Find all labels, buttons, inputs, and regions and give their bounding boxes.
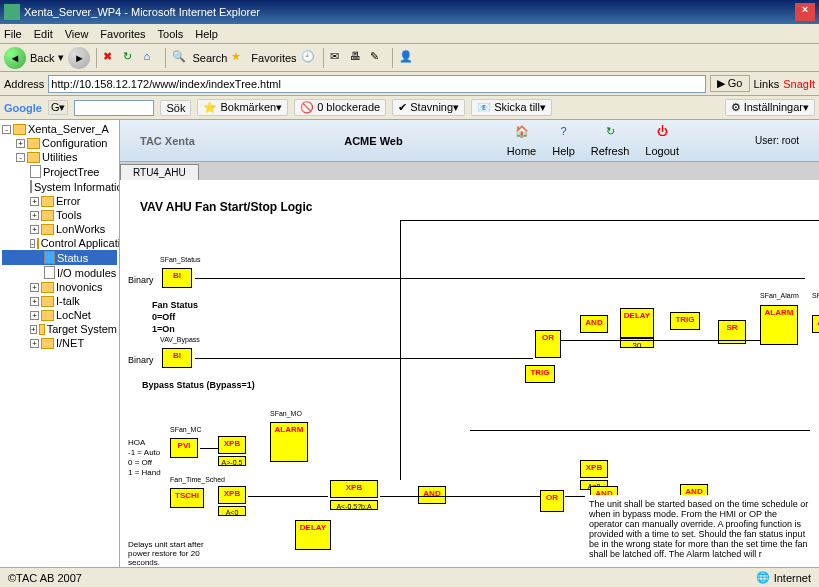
- block-alarm2[interactable]: ALARM: [270, 422, 308, 462]
- block-xpb2[interactable]: XPB: [218, 486, 246, 504]
- label-sfan-status: SFan_Status: [160, 256, 200, 263]
- block-trig1[interactable]: TRIG: [670, 312, 700, 330]
- label-hoa-hand: 1 = Hand: [128, 468, 161, 477]
- status-right: 🌐 Internet: [756, 571, 811, 584]
- label-sfan-alarm: SFan_Alarm: [760, 292, 799, 299]
- block-alarm1[interactable]: ALARM: [760, 305, 798, 345]
- tree-utilities[interactable]: -Utilities: [2, 150, 117, 164]
- back-label[interactable]: Back: [30, 52, 54, 64]
- diagram-title: VAV AHU Fan Start/Stop Logic: [140, 200, 312, 214]
- refresh-icon[interactable]: ↻: [123, 50, 139, 66]
- address-input[interactable]: [48, 75, 705, 93]
- nav-help[interactable]: ?Help: [552, 125, 575, 157]
- tree-controlapps[interactable]: -Control Applications: [2, 236, 117, 250]
- sok-button[interactable]: Sök: [160, 100, 191, 116]
- block-a-range: A<-0.5?b:A: [330, 500, 378, 510]
- content-area: -Xenta_Server_A +Configuration -Utilitie…: [0, 120, 819, 567]
- tree-error[interactable]: +Error: [2, 194, 117, 208]
- tree-projecttree[interactable]: ProjectTree: [2, 164, 117, 179]
- links-label[interactable]: Links: [754, 78, 780, 90]
- block-tschi[interactable]: TSCHI: [170, 488, 204, 508]
- favorites-icon[interactable]: ★: [231, 50, 247, 66]
- address-bar: Address ▶ Go Links SnagIt: [0, 72, 819, 96]
- tree-target[interactable]: +Target System: [2, 322, 117, 336]
- tree-italk[interactable]: +I-talk: [2, 294, 117, 308]
- block-trig2[interactable]: TRIG: [525, 365, 555, 383]
- app-title: ACME Web: [240, 135, 507, 147]
- messenger-icon[interactable]: 👤: [399, 50, 415, 66]
- nav-refresh[interactable]: ↻Refresh: [591, 125, 630, 157]
- tab-rtu4[interactable]: RTU4_AHU: [120, 164, 199, 180]
- favorites-label[interactable]: Favorites: [251, 52, 296, 64]
- bokmarken-button[interactable]: ⭐ Bokmärken▾: [197, 99, 288, 116]
- tree-locnet[interactable]: +LocNet: [2, 308, 117, 322]
- menu-tools[interactable]: Tools: [158, 28, 184, 40]
- history-icon[interactable]: 🕘: [301, 50, 317, 66]
- nav-home[interactable]: 🏠Home: [507, 125, 536, 157]
- status-bar: ©TAC AB 2007 🌐 Internet: [0, 567, 819, 587]
- mail-icon[interactable]: ✉: [330, 50, 346, 66]
- snagit-button[interactable]: SnagIt: [783, 78, 815, 90]
- user-label: User: root: [679, 135, 799, 146]
- stavning-button[interactable]: ✔ Stavning▾: [392, 99, 465, 116]
- refresh-icon: ↻: [600, 125, 620, 145]
- search-icon[interactable]: 🔍: [172, 50, 188, 66]
- block-xpb1[interactable]: XPB: [218, 436, 246, 454]
- google-search[interactable]: [74, 100, 154, 116]
- block-a-neg05: A>-0.5: [218, 456, 246, 466]
- menu-help[interactable]: Help: [195, 28, 218, 40]
- app-icon: [4, 4, 20, 20]
- skicka-button[interactable]: 📧 Skicka till▾: [471, 99, 552, 116]
- close-button[interactable]: ×: [795, 3, 815, 21]
- main-panel: TAC Xenta ACME Web 🏠Home ?Help ↻Refresh …: [120, 120, 819, 567]
- block-delay1[interactable]: DELAY: [620, 308, 654, 338]
- internet-icon: 🌐: [756, 571, 770, 584]
- menu-edit[interactable]: Edit: [34, 28, 53, 40]
- block-and1[interactable]: AND: [580, 315, 608, 333]
- installningar-button[interactable]: ⚙ Inställningar▾: [725, 99, 815, 116]
- forward-button[interactable]: ►: [68, 47, 90, 69]
- tree-status[interactable]: Status: [2, 250, 117, 265]
- menu-bar: File Edit View Favorites Tools Help: [0, 24, 819, 44]
- block-or[interactable]: OR: [535, 330, 561, 358]
- go-button[interactable]: ▶ Go: [710, 75, 750, 92]
- tac-logo: TAC Xenta: [140, 135, 240, 147]
- block-pvi[interactable]: PVI: [170, 438, 198, 458]
- search-label[interactable]: Search: [192, 52, 227, 64]
- block-bi2[interactable]: BI: [162, 348, 192, 368]
- label-bypass: Bypass Status (Bypass=1): [142, 380, 255, 390]
- home-icon[interactable]: ⌂: [143, 50, 159, 66]
- stop-icon[interactable]: ✖: [103, 50, 119, 66]
- block-and2[interactable]: AND: [418, 486, 446, 504]
- label-hoa-auto: -1 = Auto: [128, 448, 160, 457]
- tree-sidebar: -Xenta_Server_A +Configuration -Utilitie…: [0, 120, 120, 567]
- tree-inet[interactable]: +I/NET: [2, 336, 117, 350]
- back-button[interactable]: ◄: [4, 47, 26, 69]
- nav-logout[interactable]: ⏻Logout: [645, 125, 679, 157]
- menu-favorites[interactable]: Favorites: [100, 28, 145, 40]
- tree-inovonics[interactable]: +Inovonics: [2, 280, 117, 294]
- label-vav-bypass: VAV_Bypass: [160, 336, 200, 343]
- block-delay2[interactable]: DELAY: [295, 520, 331, 550]
- block-bi1[interactable]: BI: [162, 268, 192, 288]
- tree-tools[interactable]: +Tools: [2, 208, 117, 222]
- block-or2[interactable]: OR: [540, 490, 564, 512]
- edit-icon[interactable]: ✎: [370, 50, 386, 66]
- print-icon[interactable]: 🖶: [350, 50, 366, 66]
- block-xpb3[interactable]: XPB: [330, 480, 378, 498]
- menu-view[interactable]: View: [65, 28, 89, 40]
- blockerade-button[interactable]: 🚫 0 blockerade: [294, 99, 386, 116]
- window-title: Xenta_Server_WP4 - Microsoft Internet Ex…: [24, 6, 260, 18]
- tab-bar: RTU4_AHU: [120, 162, 819, 180]
- block-and-r[interactable]: AND: [812, 315, 819, 333]
- label-hoa: HOA: [128, 438, 145, 447]
- tree-sysinfo[interactable]: System Information: [2, 179, 117, 194]
- label-fan-time: Fan_Time_Sched: [170, 476, 225, 483]
- tree-root[interactable]: -Xenta_Server_A: [2, 122, 117, 136]
- block-xpb4[interactable]: XPB: [580, 460, 608, 478]
- tree-iomodules[interactable]: I/O modules: [2, 265, 117, 280]
- tree-lonworks[interactable]: +LonWorks: [2, 222, 117, 236]
- menu-file[interactable]: File: [4, 28, 22, 40]
- tree-config[interactable]: +Configuration: [2, 136, 117, 150]
- diagram-canvas[interactable]: VAV AHU Fan Start/Stop Logic Binary BI S…: [120, 180, 819, 567]
